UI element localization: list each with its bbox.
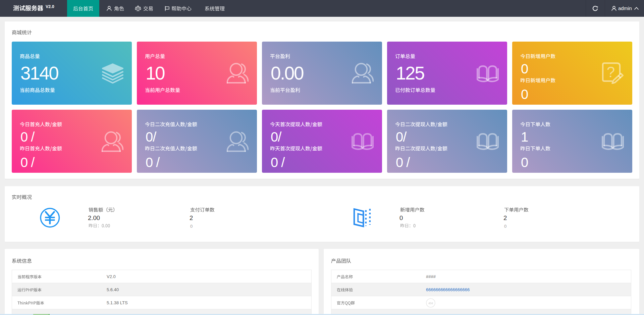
svg-text:?: ? <box>607 64 615 80</box>
svg-text:404: 404 <box>428 302 433 305</box>
